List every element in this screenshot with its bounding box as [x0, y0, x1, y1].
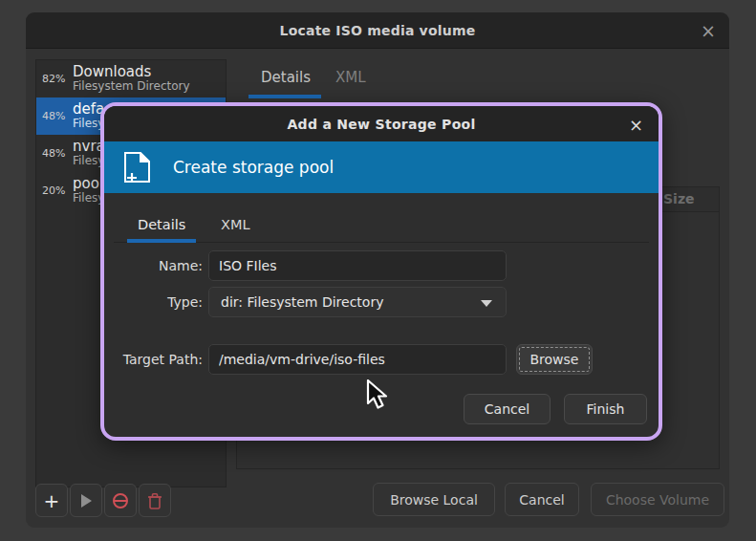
dialog-tab-details[interactable]: Details	[138, 209, 185, 239]
pool-type: Filesystem Directory	[73, 80, 190, 94]
pool-usage-percent: 82%	[42, 73, 73, 85]
dialog-title: Add a New Storage Pool	[287, 117, 475, 132]
size-column-header[interactable]: Size	[663, 191, 695, 206]
plus-icon: +	[44, 489, 60, 512]
add-pool-button[interactable]: +	[35, 484, 68, 517]
tab-xml[interactable]: XML	[335, 59, 366, 96]
dialog-close-icon[interactable]: ×	[629, 106, 643, 142]
browse-label: Browse	[530, 352, 579, 367]
screen: Locate ISO media volume × 82% Downloads …	[0, 0, 756, 541]
create-pool-banner: Create storage pool	[104, 141, 659, 193]
delete-pool-button[interactable]	[139, 484, 171, 517]
stop-icon	[113, 493, 128, 509]
dialog-tab-xml[interactable]: XML	[221, 209, 250, 239]
target-path-label: Target Path:	[107, 344, 203, 375]
dialog-tabbar: Details XML	[114, 209, 649, 243]
dialog-active-tab-underline	[127, 239, 196, 243]
browse-local-button[interactable]: Browse Local	[373, 483, 495, 516]
banner-title: Create storage pool	[173, 158, 334, 177]
dialog-titlebar[interactable]: Add a New Storage Pool ×	[104, 106, 659, 142]
document-plus-icon	[121, 148, 154, 186]
chevron-down-icon	[481, 300, 492, 307]
pool-name: Downloads	[73, 64, 190, 80]
dialog-cancel-button[interactable]: Cancel	[464, 394, 551, 424]
window-titlebar[interactable]: Locate ISO media volume ×	[26, 12, 729, 49]
browse-local-label: Browse Local	[390, 492, 478, 508]
type-dropdown-value: dir: Filesystem Directory	[221, 294, 383, 310]
cancel-label: Cancel	[519, 492, 564, 508]
pool-row-downloads[interactable]: 82% Downloads Filesystem Directory	[36, 60, 226, 97]
choose-volume-button[interactable]: Choose Volume	[591, 483, 724, 516]
window-close-icon[interactable]: ×	[701, 12, 716, 49]
pool-detail-tabbar: Details XML	[232, 59, 720, 100]
window-title: Locate ISO media volume	[280, 23, 476, 38]
choose-volume-label: Choose Volume	[606, 492, 709, 508]
tab-details[interactable]: Details	[261, 59, 311, 96]
name-label: Name:	[107, 250, 203, 281]
play-icon	[81, 494, 92, 508]
target-path-field[interactable]	[208, 344, 507, 375]
start-pool-button[interactable]	[70, 484, 102, 517]
name-field[interactable]	[208, 250, 507, 281]
dialog-cancel-label: Cancel	[485, 401, 529, 417]
add-storage-pool-dialog: Add a New Storage Pool × Create storage …	[100, 102, 662, 441]
active-tab-underline	[248, 95, 321, 98]
type-dropdown[interactable]: dir: Filesystem Directory	[208, 287, 507, 317]
browse-button[interactable]: Browse	[516, 344, 593, 375]
trash-icon	[147, 492, 162, 509]
dialog-finish-button[interactable]: Finish	[564, 394, 647, 424]
pool-usage-percent: 20%	[42, 184, 73, 197]
cancel-button[interactable]: Cancel	[505, 483, 579, 516]
type-label: Type:	[107, 287, 203, 317]
stop-pool-button[interactable]	[104, 484, 137, 517]
pool-usage-percent: 48%	[42, 110, 73, 122]
dialog-finish-label: Finish	[587, 401, 625, 417]
pool-usage-percent: 48%	[42, 147, 73, 160]
